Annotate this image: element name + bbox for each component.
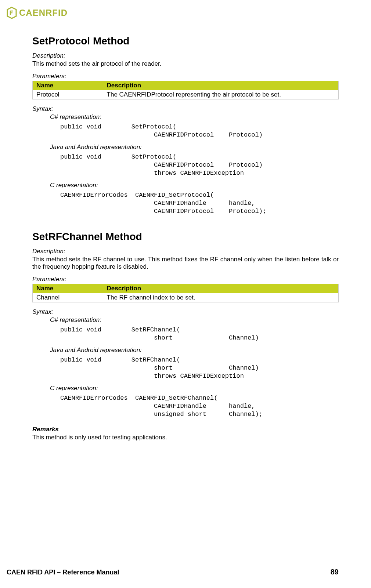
footer-title: CAEN RFID API – Reference Manual bbox=[7, 569, 119, 576]
logo: CAENRFID bbox=[7, 7, 68, 19]
csharp-label: C# representation: bbox=[50, 316, 339, 324]
java-label: Java and Android representation: bbox=[50, 144, 339, 151]
remarks-label: Remarks bbox=[32, 426, 339, 433]
method-title-setprotocol: SetProtocol Method bbox=[32, 35, 339, 47]
table-header-row: Name Description bbox=[33, 284, 339, 293]
description-label: Description: bbox=[32, 52, 339, 59]
parameters-label: Parameters: bbox=[32, 73, 339, 80]
remarks-text: This method is only used for testing app… bbox=[32, 434, 339, 441]
logo-text: CAENRFID bbox=[19, 8, 68, 18]
parameters-label: Parameters: bbox=[32, 276, 339, 283]
td-desc: The CAENRFIDProtocol representing the ai… bbox=[103, 90, 338, 99]
table-row: Channel The RF channel index to be set. bbox=[33, 293, 339, 302]
csharp-code: public void SetProtocol( CAENRFIDProtoco… bbox=[60, 123, 339, 139]
th-desc: Description bbox=[103, 81, 338, 90]
parameters-table: Name Description Protocol The CAENRFIDPr… bbox=[32, 81, 339, 99]
description-text: This method sets the air protocol of the… bbox=[32, 60, 339, 68]
td-name: Protocol bbox=[33, 90, 103, 99]
csharp-label: C# representation: bbox=[50, 113, 339, 121]
java-code: public void SetProtocol( CAENRFIDProtoco… bbox=[60, 153, 339, 177]
c-label: C representation: bbox=[50, 182, 339, 189]
parameters-table: Name Description Channel The RF channel … bbox=[32, 284, 339, 302]
method-title-setrfchannel: SetRFChannel Method bbox=[32, 231, 339, 243]
description-text: This method sets the RF channel to use. … bbox=[32, 256, 339, 271]
syntax-label: Syntax: bbox=[32, 105, 339, 113]
java-code: public void SetRFChannel( short Channel)… bbox=[60, 356, 339, 380]
c-label: C representation: bbox=[50, 385, 339, 392]
th-name: Name bbox=[33, 81, 103, 90]
java-label: Java and Android representation: bbox=[50, 346, 339, 354]
syntax-label: Syntax: bbox=[32, 308, 339, 316]
th-desc: Description bbox=[103, 284, 338, 293]
description-label: Description: bbox=[32, 248, 339, 255]
table-row: Protocol The CAENRFIDProtocol representi… bbox=[33, 90, 339, 99]
logo-icon bbox=[7, 7, 17, 19]
table-header-row: Name Description bbox=[33, 81, 339, 90]
td-desc: The RF channel index to be set. bbox=[103, 293, 338, 302]
td-name: Channel bbox=[33, 293, 103, 302]
th-name: Name bbox=[33, 284, 103, 293]
c-code: CAENRFIDErrorCodes CAENRFID_SetProtocol(… bbox=[60, 191, 339, 215]
footer-page: 89 bbox=[331, 568, 339, 576]
c-code: CAENRFIDErrorCodes CAENRFID_SetRFChannel… bbox=[60, 394, 339, 418]
footer: CAEN RFID API – Reference Manual 89 bbox=[7, 568, 339, 576]
csharp-code: public void SetRFChannel( short Channel) bbox=[60, 326, 339, 342]
